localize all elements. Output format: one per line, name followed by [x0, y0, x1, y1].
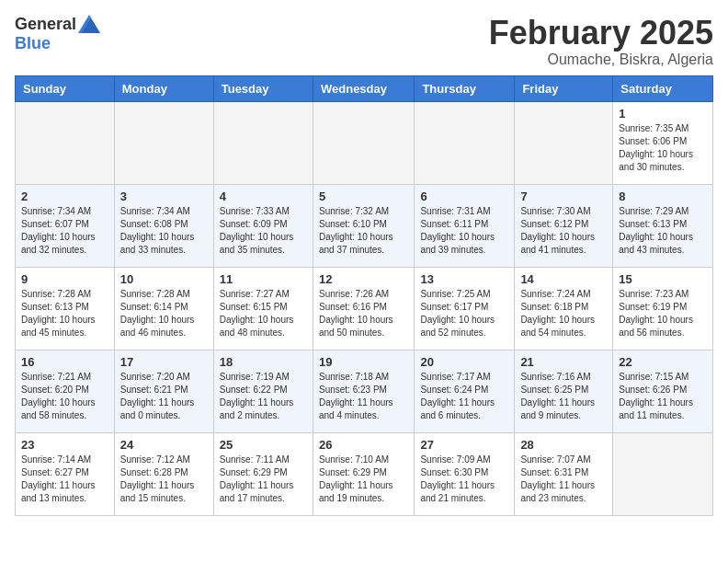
calendar-cell: [415, 101, 515, 184]
calendar-cell: [313, 101, 414, 184]
location-subtitle: Oumache, Biskra, Algeria: [489, 52, 713, 68]
logo: General Blue: [15, 15, 100, 53]
day-info: Sunrise: 7:24 AM Sunset: 6:18 PM Dayligh…: [520, 288, 607, 339]
calendar-cell: 17Sunrise: 7:20 AM Sunset: 6:21 PM Dayli…: [114, 350, 213, 432]
calendar-cell: 7Sunrise: 7:30 AM Sunset: 6:12 PM Daylig…: [515, 184, 613, 267]
calendar-cell: 14Sunrise: 7:24 AM Sunset: 6:18 PM Dayli…: [515, 267, 613, 350]
calendar-cell: 8Sunrise: 7:29 AM Sunset: 6:13 PM Daylig…: [613, 184, 713, 267]
calendar-week-row: 1Sunrise: 7:35 AM Sunset: 6:06 PM Daylig…: [16, 101, 713, 184]
day-number: 3: [120, 190, 208, 203]
col-sunday: Sunday: [16, 75, 115, 101]
day-number: 8: [619, 190, 707, 203]
day-number: 22: [619, 355, 707, 369]
calendar-cell: 23Sunrise: 7:14 AM Sunset: 6:27 PM Dayli…: [16, 432, 115, 515]
day-number: 5: [319, 190, 408, 203]
col-tuesday: Tuesday: [213, 75, 313, 101]
day-info: Sunrise: 7:35 AM Sunset: 6:06 PM Dayligh…: [619, 122, 707, 174]
calendar-cell: 16Sunrise: 7:21 AM Sunset: 6:20 PM Dayli…: [16, 350, 115, 432]
day-number: 13: [420, 272, 508, 286]
calendar-cell: 3Sunrise: 7:34 AM Sunset: 6:08 PM Daylig…: [114, 184, 213, 267]
calendar-cell: 28Sunrise: 7:07 AM Sunset: 6:31 PM Dayli…: [515, 432, 613, 515]
col-wednesday: Wednesday: [313, 75, 414, 101]
day-number: 2: [21, 190, 108, 203]
col-monday: Monday: [114, 75, 213, 101]
calendar-cell: 27Sunrise: 7:09 AM Sunset: 6:30 PM Dayli…: [415, 432, 515, 515]
calendar-cell: [16, 101, 115, 184]
page-header: General Blue February 2025 Oumache, Bisk…: [15, 15, 713, 68]
calendar-cell: [213, 101, 313, 184]
day-info: Sunrise: 7:32 AM Sunset: 6:10 PM Dayligh…: [319, 205, 408, 257]
day-info: Sunrise: 7:33 AM Sunset: 6:09 PM Dayligh…: [220, 205, 307, 257]
day-info: Sunrise: 7:12 AM Sunset: 6:28 PM Dayligh…: [120, 454, 208, 505]
calendar-cell: 15Sunrise: 7:23 AM Sunset: 6:19 PM Dayli…: [613, 267, 713, 350]
calendar-cell: 6Sunrise: 7:31 AM Sunset: 6:11 PM Daylig…: [415, 184, 515, 267]
day-info: Sunrise: 7:21 AM Sunset: 6:20 PM Dayligh…: [21, 371, 108, 422]
day-info: Sunrise: 7:30 AM Sunset: 6:12 PM Dayligh…: [520, 205, 607, 257]
day-info: Sunrise: 7:07 AM Sunset: 6:31 PM Dayligh…: [520, 454, 607, 505]
day-info: Sunrise: 7:15 AM Sunset: 6:26 PM Dayligh…: [619, 371, 707, 422]
day-info: Sunrise: 7:18 AM Sunset: 6:23 PM Dayligh…: [319, 371, 408, 422]
day-number: 9: [21, 272, 108, 286]
day-info: Sunrise: 7:25 AM Sunset: 6:17 PM Dayligh…: [420, 288, 508, 339]
title-block: February 2025 Oumache, Biskra, Algeria: [489, 15, 713, 68]
day-info: Sunrise: 7:34 AM Sunset: 6:08 PM Dayligh…: [120, 205, 208, 257]
calendar-cell: 11Sunrise: 7:27 AM Sunset: 6:15 PM Dayli…: [213, 267, 313, 350]
calendar-week-row: 9Sunrise: 7:28 AM Sunset: 6:13 PM Daylig…: [16, 267, 713, 350]
col-thursday: Thursday: [415, 75, 515, 101]
day-number: 11: [220, 272, 307, 286]
day-number: 23: [21, 438, 108, 452]
day-info: Sunrise: 7:09 AM Sunset: 6:30 PM Dayligh…: [420, 454, 508, 505]
calendar-header-row: Sunday Monday Tuesday Wednesday Thursday…: [16, 75, 713, 101]
day-number: 24: [120, 438, 208, 452]
calendar-cell: 24Sunrise: 7:12 AM Sunset: 6:28 PM Dayli…: [114, 432, 213, 515]
calendar-cell: 5Sunrise: 7:32 AM Sunset: 6:10 PM Daylig…: [313, 184, 414, 267]
calendar-cell: 26Sunrise: 7:10 AM Sunset: 6:29 PM Dayli…: [313, 432, 414, 515]
day-number: 6: [420, 190, 508, 203]
calendar-cell: 12Sunrise: 7:26 AM Sunset: 6:16 PM Dayli…: [313, 267, 414, 350]
day-number: 19: [319, 355, 408, 369]
day-number: 28: [520, 438, 607, 452]
calendar-cell: 9Sunrise: 7:28 AM Sunset: 6:13 PM Daylig…: [16, 267, 115, 350]
calendar-cell: [613, 432, 713, 515]
day-number: 26: [319, 438, 408, 452]
day-info: Sunrise: 7:23 AM Sunset: 6:19 PM Dayligh…: [619, 288, 707, 339]
calendar-cell: 4Sunrise: 7:33 AM Sunset: 6:09 PM Daylig…: [213, 184, 313, 267]
day-number: 20: [420, 355, 508, 369]
day-number: 16: [21, 355, 108, 369]
day-info: Sunrise: 7:34 AM Sunset: 6:07 PM Dayligh…: [21, 205, 108, 257]
calendar-week-row: 16Sunrise: 7:21 AM Sunset: 6:20 PM Dayli…: [16, 350, 713, 432]
calendar-cell: 1Sunrise: 7:35 AM Sunset: 6:06 PM Daylig…: [613, 101, 713, 184]
calendar-week-row: 2Sunrise: 7:34 AM Sunset: 6:07 PM Daylig…: [16, 184, 713, 267]
col-saturday: Saturday: [613, 75, 713, 101]
day-info: Sunrise: 7:17 AM Sunset: 6:24 PM Dayligh…: [420, 371, 508, 422]
calendar-cell: 21Sunrise: 7:16 AM Sunset: 6:25 PM Dayli…: [515, 350, 613, 432]
day-number: 10: [120, 272, 208, 286]
calendar-cell: 2Sunrise: 7:34 AM Sunset: 6:07 PM Daylig…: [16, 184, 115, 267]
day-number: 25: [220, 438, 307, 452]
day-number: 14: [520, 272, 607, 286]
day-number: 1: [619, 107, 707, 121]
logo-text-blue: Blue: [15, 34, 51, 52]
calendar-cell: [114, 101, 213, 184]
day-number: 21: [520, 355, 607, 369]
calendar-cell: [515, 101, 613, 184]
day-number: 12: [319, 272, 408, 286]
calendar-cell: 10Sunrise: 7:28 AM Sunset: 6:14 PM Dayli…: [114, 267, 213, 350]
calendar-cell: 20Sunrise: 7:17 AM Sunset: 6:24 PM Dayli…: [415, 350, 515, 432]
col-friday: Friday: [515, 75, 613, 101]
day-info: Sunrise: 7:28 AM Sunset: 6:14 PM Dayligh…: [120, 288, 208, 339]
day-number: 15: [619, 272, 707, 286]
day-number: 4: [220, 190, 307, 203]
day-info: Sunrise: 7:27 AM Sunset: 6:15 PM Dayligh…: [220, 288, 307, 339]
calendar-cell: 22Sunrise: 7:15 AM Sunset: 6:26 PM Dayli…: [613, 350, 713, 432]
day-info: Sunrise: 7:16 AM Sunset: 6:25 PM Dayligh…: [520, 371, 607, 422]
logo-icon: [78, 15, 100, 33]
day-info: Sunrise: 7:14 AM Sunset: 6:27 PM Dayligh…: [21, 454, 108, 505]
day-info: Sunrise: 7:28 AM Sunset: 6:13 PM Dayligh…: [21, 288, 108, 339]
logo-text-general: General: [15, 15, 76, 33]
day-info: Sunrise: 7:11 AM Sunset: 6:29 PM Dayligh…: [220, 454, 307, 505]
calendar-week-row: 23Sunrise: 7:14 AM Sunset: 6:27 PM Dayli…: [16, 432, 713, 515]
calendar-cell: 19Sunrise: 7:18 AM Sunset: 6:23 PM Dayli…: [313, 350, 414, 432]
calendar-table: Sunday Monday Tuesday Wednesday Thursday…: [15, 75, 713, 516]
day-info: Sunrise: 7:20 AM Sunset: 6:21 PM Dayligh…: [120, 371, 208, 422]
